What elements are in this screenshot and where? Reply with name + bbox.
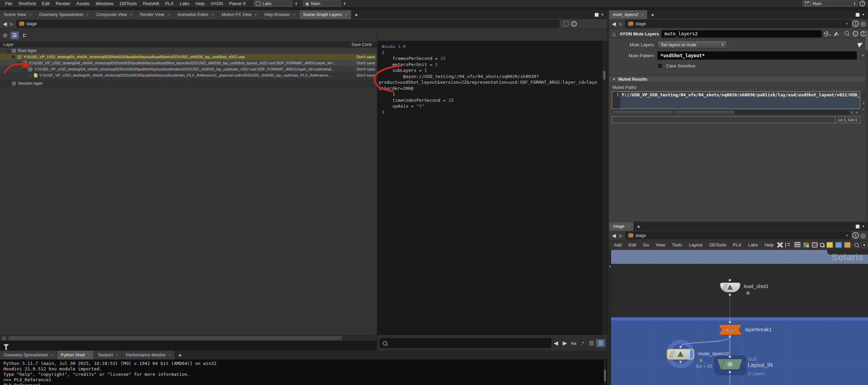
tab-scene-view[interactable]: Scene View× bbox=[0, 10, 35, 19]
visibility-icon[interactable] bbox=[861, 242, 867, 248]
help-icon[interactable]: ? bbox=[859, 1, 865, 6]
node-mute-layers2[interactable] bbox=[667, 349, 694, 359]
tab-performance-monitor[interactable]: Performance Monitor× bbox=[122, 351, 175, 359]
background-image-icon[interactable] bbox=[835, 242, 842, 248]
tab-geometry-spreadsheet-2[interactable]: Geometry Spreadsheet× bbox=[0, 351, 57, 359]
close-icon[interactable]: × bbox=[627, 224, 629, 228]
desktop-dropdown[interactable]: ◉ Main bbox=[303, 0, 341, 7]
new-tab-button[interactable]: + bbox=[175, 351, 185, 359]
menu-render[interactable]: Render bbox=[53, 1, 73, 6]
params-vscrollbar[interactable] bbox=[865, 29, 868, 221]
menu-windows[interactable]: Windows bbox=[93, 1, 117, 6]
node-layout-in[interactable] bbox=[717, 359, 742, 370]
tab-render-view[interactable]: Render View× bbox=[136, 10, 174, 19]
close-icon[interactable]: × bbox=[29, 13, 31, 17]
node-input-dot[interactable] bbox=[728, 321, 731, 323]
dont-save-toggle[interactable]: Don't save bbox=[354, 61, 377, 65]
new-tab-button[interactable]: + bbox=[351, 10, 361, 19]
layer-row-session[interactable]: Session layer bbox=[0, 80, 377, 86]
pane-menu-icon[interactable]: ▼ bbox=[862, 13, 865, 16]
close-icon[interactable]: × bbox=[130, 13, 132, 17]
editor-vscrollbar[interactable] bbox=[602, 41, 606, 335]
collapse-icon[interactable]: − bbox=[22, 67, 26, 71]
menu-edit[interactable]: Edit bbox=[625, 242, 639, 247]
forward-icon[interactable]: ▶ bbox=[618, 21, 624, 27]
menu-odtools[interactable]: ODTools bbox=[706, 242, 730, 247]
vscrollbar-thumb[interactable] bbox=[604, 370, 606, 381]
menu-file[interactable]: File bbox=[2, 1, 15, 6]
search-icon[interactable] bbox=[854, 243, 859, 247]
hierarchy-icon[interactable] bbox=[785, 242, 792, 247]
vscrollbar-thumb[interactable] bbox=[866, 30, 868, 50]
clear-mutes-icon[interactable]: ⊘ bbox=[3, 32, 7, 39]
tab-mute-layers2[interactable]: mute_layers2× bbox=[609, 10, 648, 19]
new-tab-button[interactable]: + bbox=[634, 222, 644, 231]
vscrollbar-thumb[interactable] bbox=[603, 71, 606, 80]
tab-textport[interactable]: Textport× bbox=[94, 351, 122, 359]
regex-icon[interactable]: .* bbox=[578, 340, 587, 347]
sticky-note-icon[interactable] bbox=[826, 242, 833, 248]
dont-save-toggle[interactable]: Don't save bbox=[354, 73, 377, 77]
node-input-dot[interactable] bbox=[679, 346, 682, 348]
dont-save-toggle[interactable]: Don't save bbox=[354, 55, 377, 59]
node-count-badge[interactable]: 1 bbox=[852, 20, 859, 27]
pane-menu-icon[interactable]: ▼ bbox=[862, 225, 865, 228]
pin-icon[interactable]: i bbox=[571, 21, 577, 27]
node-output-dot[interactable] bbox=[728, 335, 731, 338]
network-canvas[interactable]: Solaris ▲ load_shot1 » layerbreak1 bbox=[609, 250, 868, 385]
forward-icon[interactable]: ▶ bbox=[618, 233, 624, 238]
tab-python-shell[interactable]: Python Shell× bbox=[57, 351, 94, 359]
layer-row-usdshot-layout[interactable]: − Y:\\USD_VP_USD_testing\04_vfx\04_shots… bbox=[0, 60, 377, 66]
menu-go[interactable]: Go bbox=[640, 242, 652, 247]
gear-icon[interactable]: ▼ bbox=[824, 31, 831, 36]
brush-icon[interactable]: ▼ bbox=[834, 32, 841, 36]
menu-assets[interactable]: Assets bbox=[73, 1, 93, 6]
find-prev-icon[interactable]: ◀ bbox=[552, 340, 560, 347]
node-count-badge[interactable]: 1 bbox=[852, 232, 859, 239]
node-input-dot[interactable] bbox=[728, 279, 731, 282]
expand-icon[interactable]: + bbox=[29, 74, 32, 77]
collapse-icon[interactable]: − bbox=[6, 49, 10, 53]
menu-plx[interactable]: PLX bbox=[730, 242, 745, 247]
menu-edit[interactable]: Edit bbox=[39, 1, 52, 6]
node-input-dot[interactable] bbox=[728, 355, 731, 358]
link-icon[interactable] bbox=[563, 21, 569, 26]
python-shell-output[interactable]: Python 3.11.7 (main, Jul 30 2025, 16:28:… bbox=[0, 359, 607, 385]
pane-maximize-icon[interactable] bbox=[595, 13, 599, 17]
snapshot-icon[interactable] bbox=[820, 243, 824, 247]
layers-hscrollbar[interactable]: ◂ bbox=[0, 335, 377, 341]
tab-help-browser[interactable]: Help Browser× bbox=[261, 10, 299, 19]
menu-tools[interactable]: Tools bbox=[669, 242, 686, 247]
collapse-icon[interactable]: − bbox=[12, 55, 15, 59]
node-path-field[interactable]: stage ▼ bbox=[625, 20, 851, 28]
shell-vscrollbar[interactable] bbox=[604, 360, 606, 384]
scroll-left-icon[interactable]: ◂ bbox=[1, 336, 7, 341]
muted-results-section-header[interactable]: ▼ Muted Results bbox=[609, 76, 868, 83]
layer-row-plx-referance[interactable]: + Y:\\USD_VP_USD_testing\04_vfx\04_shots… bbox=[0, 72, 377, 78]
menu-shotgrid[interactable]: ShotGrid bbox=[15, 1, 39, 6]
case-sensitive-checkbox[interactable] bbox=[657, 63, 662, 68]
network-path-field[interactable]: stage ▼ bbox=[625, 231, 851, 239]
close-icon[interactable]: × bbox=[86, 13, 88, 17]
menu-labs[interactable]: Labs bbox=[177, 1, 192, 6]
search-icon[interactable] bbox=[843, 31, 850, 36]
radial-menu-icon[interactable]: ◎ bbox=[860, 232, 866, 239]
pane-maximize-icon[interactable] bbox=[856, 13, 859, 17]
menu-view[interactable]: View bbox=[652, 242, 669, 247]
shelf-spinner[interactable]: ▲▼ bbox=[295, 2, 297, 5]
close-icon[interactable]: × bbox=[212, 13, 214, 17]
scroll-left-icon[interactable]: ◂ bbox=[849, 110, 854, 115]
usd-text-editor[interactable]: #usda 1.0 ( framesPerSecond = 25 metersP… bbox=[378, 41, 607, 335]
back-icon[interactable]: ◀ bbox=[611, 233, 617, 238]
collapse-icon[interactable]: − bbox=[17, 61, 21, 65]
muted-paths-editor[interactable]: 1 Y://USD_VP_USD_testing/04_vfx/04_shots… bbox=[612, 91, 860, 109]
tree-view-icon[interactable] bbox=[22, 32, 29, 38]
node-layerbreak1[interactable]: » bbox=[719, 324, 742, 335]
menu-help[interactable]: Help bbox=[192, 1, 208, 6]
stage-path-field[interactable]: stage bbox=[16, 20, 559, 28]
find-next-icon[interactable]: ▶ bbox=[561, 340, 569, 347]
menu-ayon[interactable]: AYON bbox=[208, 1, 226, 6]
forward-icon[interactable]: ▶ bbox=[9, 21, 15, 27]
node-name-field[interactable]: mute_layers2 bbox=[661, 30, 822, 37]
close-icon[interactable]: × bbox=[169, 353, 171, 357]
